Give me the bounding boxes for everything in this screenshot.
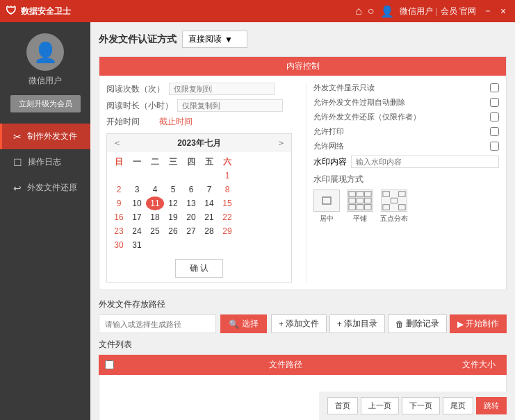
file-path-row: 🔍 选择 + 添加文件 + 添加目录 🗑 删除记录 <box>99 314 507 333</box>
confirm-btn[interactable]: 确 认 <box>175 259 223 278</box>
last-page-btn[interactable]: 尾页 <box>443 397 473 414</box>
cal-day-19[interactable]: 19 <box>164 210 182 224</box>
cal-day-27[interactable]: 27 <box>182 224 200 238</box>
sidebar-item-log[interactable]: ☐ 操作日志 <box>0 149 90 175</box>
svg-rect-11 <box>399 192 405 197</box>
read-duration-input[interactable] <box>177 99 283 112</box>
cal-day-empty <box>164 169 182 183</box>
checkbox-1[interactable] <box>490 98 499 107</box>
cal-day-30[interactable]: 30 <box>110 238 128 252</box>
upgrade-btn[interactable]: 立刻升级为会员 <box>10 95 81 112</box>
cal-week-3: 9 10 11 12 13 14 15 <box>110 196 288 210</box>
checkbox-4[interactable] <box>490 142 499 151</box>
cal-day-5[interactable]: 5 <box>164 183 182 196</box>
cal-day-17[interactable]: 17 <box>128 210 146 224</box>
wm-center-icon <box>313 190 340 212</box>
cal-day-empty <box>218 238 236 252</box>
add-dir-btn[interactable]: + 添加目录 <box>329 314 385 333</box>
user-icon[interactable]: 👤 <box>380 5 394 18</box>
wm-center-option[interactable]: 居中 <box>313 190 340 224</box>
nav-icons: ⌂ ○ 👤 <box>355 5 393 18</box>
watermark-input[interactable] <box>351 156 499 168</box>
checkbox-2[interactable] <box>490 112 499 121</box>
create-icon: ✂ <box>13 131 22 142</box>
wm-center-label: 居中 <box>320 214 334 224</box>
cal-day-empty <box>200 238 218 252</box>
svg-rect-1 <box>349 192 355 197</box>
cal-day-8[interactable]: 8 <box>218 183 236 196</box>
divider: | <box>436 6 438 16</box>
svg-rect-7 <box>349 205 355 210</box>
cal-day-2[interactable]: 2 <box>110 183 128 196</box>
dropdown-value: 直接阅读 <box>188 33 222 45</box>
cal-header-wed: 三 <box>164 155 182 169</box>
svg-rect-9 <box>365 205 371 210</box>
cal-day-10[interactable]: 10 <box>128 196 146 210</box>
sidebar-item-restore[interactable]: ↩ 外发文件还原 <box>0 175 90 201</box>
add-file-btn[interactable]: + 添加文件 <box>271 314 327 333</box>
cal-next-btn[interactable]: ＞ <box>277 137 286 149</box>
cal-day-7[interactable]: 7 <box>200 183 218 196</box>
cal-day-21[interactable]: 21 <box>200 210 218 224</box>
checkbox-0[interactable] <box>490 83 499 92</box>
cal-header-tue: 二 <box>146 155 164 169</box>
sidebar-item-create-label: 制作外发文件 <box>27 131 77 142</box>
cal-day-22[interactable]: 22 <box>218 210 236 224</box>
calendar: ＜ 2023年七月 ＞ 日 一 二 三 四 <box>106 133 292 283</box>
cal-day-29[interactable]: 29 <box>218 224 236 238</box>
home-icon[interactable]: ⌂ <box>355 5 362 17</box>
cal-day-1[interactable]: 1 <box>218 169 236 183</box>
cal-day-24[interactable]: 24 <box>128 224 146 238</box>
cal-day-28[interactable]: 28 <box>200 224 218 238</box>
select-all-checkbox[interactable] <box>105 360 114 369</box>
play-icon: ▶ <box>457 319 464 329</box>
cal-day-26[interactable]: 26 <box>164 224 182 238</box>
cal-day-9[interactable]: 9 <box>110 196 128 210</box>
jump-btn[interactable]: 跳转 <box>476 397 507 414</box>
member-link[interactable]: 会员 官网 <box>441 6 476 17</box>
cal-day-3[interactable]: 3 <box>128 183 146 196</box>
cal-day-4[interactable]: 4 <box>146 183 164 196</box>
cal-day-empty <box>182 238 200 252</box>
cal-day-12[interactable]: 12 <box>164 196 182 210</box>
cal-day-25[interactable]: 25 <box>146 224 164 238</box>
first-page-btn[interactable]: 首页 <box>327 397 358 414</box>
cal-day-20[interactable]: 20 <box>182 210 200 224</box>
sidebar-item-log-label: 操作日志 <box>28 156 61 168</box>
checkbox-row-2: 允许外发文件还原（仅限作者） <box>313 112 499 122</box>
cal-day-18[interactable]: 18 <box>146 210 164 224</box>
chat-icon[interactable]: ○ <box>368 5 375 17</box>
avatar-area: 👤 微信用户 <box>26 33 64 87</box>
cal-day-16[interactable]: 16 <box>110 210 128 224</box>
read-count-row: 阅读次数（次） <box>106 83 292 95</box>
wm-five-label: 五点分布 <box>380 214 408 224</box>
cal-day-23[interactable]: 23 <box>110 224 128 238</box>
delete-record-btn[interactable]: 🗑 删除记录 <box>388 314 447 333</box>
file-path-input[interactable] <box>99 314 216 333</box>
next-page-btn[interactable]: 下一页 <box>402 397 440 414</box>
checkbox-3[interactable] <box>490 127 499 136</box>
sidebar-item-create[interactable]: ✂ 制作外发文件 <box>0 124 90 149</box>
wm-five-option[interactable]: 五点分布 <box>380 190 408 224</box>
cal-day-14[interactable]: 14 <box>200 196 218 210</box>
wm-tile-option[interactable]: 平铺 <box>347 190 373 224</box>
svg-rect-8 <box>357 205 363 210</box>
add-dir-label: 添加目录 <box>344 318 377 330</box>
read-count-input[interactable] <box>169 83 275 95</box>
cal-prev-btn[interactable]: ＜ <box>113 137 122 149</box>
title-bar: 🛡 数据安全卫士 ⌂ ○ 👤 微信用户 | 会员 官网 － × <box>0 0 515 22</box>
minimize-btn[interactable]: － <box>482 5 494 17</box>
prev-page-btn[interactable]: 上一页 <box>361 397 399 414</box>
cal-day-15[interactable]: 15 <box>218 196 236 210</box>
close-btn[interactable]: × <box>497 5 509 17</box>
left-panel: 阅读次数（次） 阅读时长（小时） 开始时间 截止时间 ＜ <box>106 83 292 283</box>
auth-method-dropdown[interactable]: 直接阅读 ▼ <box>182 31 247 48</box>
cal-day-6[interactable]: 6 <box>182 183 200 196</box>
cal-day-11[interactable]: 11 <box>146 196 164 210</box>
start-create-btn[interactable]: ▶ 开始制作 <box>450 314 507 333</box>
cal-day-31[interactable]: 31 <box>128 238 146 252</box>
file-list-header: 文件路径 文件大小 <box>99 355 507 375</box>
select-path-btn[interactable]: 🔍 选择 <box>220 314 267 333</box>
cal-day-13[interactable]: 13 <box>182 196 200 210</box>
checkbox-label-4: 允许网络 <box>313 141 344 151</box>
